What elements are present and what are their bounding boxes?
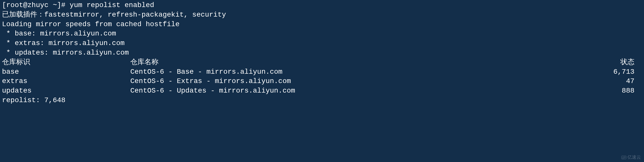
table-header-row: 仓库标识 仓库名称 状态 xyxy=(2,58,642,67)
mirror-line: * extras: mirrors.aliyun.com xyxy=(2,38,642,48)
command-text: yum repolist enabled xyxy=(70,1,154,9)
table-row: updates CentOS-6 - Updates - mirrors.ali… xyxy=(2,86,642,96)
watermark: 亿速云 xyxy=(621,154,641,160)
mirror-line: * base: mirrors.aliyun.com xyxy=(2,29,642,38)
loading-line: Loading mirror speeds from cached hostfi… xyxy=(2,20,642,29)
repo-id: extras xyxy=(2,76,130,86)
prompt-line[interactable]: [root@zhuyc ~]# yum repolist enabled xyxy=(2,1,642,10)
repo-status: 6,713 xyxy=(612,67,642,77)
watermark-text: 亿速云 xyxy=(627,154,641,160)
header-status: 状态 xyxy=(612,58,642,67)
prompt: [root@zhuyc ~]# xyxy=(2,1,65,9)
repo-status: 47 xyxy=(612,76,642,86)
header-repo-name: 仓库名称 xyxy=(130,58,612,67)
terminal-output: [root@zhuyc ~]# yum repolist enabled 已加载… xyxy=(2,1,642,105)
mirror-line: * updates: mirrors.aliyun.com xyxy=(2,48,642,58)
repo-name: CentOS-6 - Extras - mirrors.aliyun.com xyxy=(130,76,612,86)
repo-name: CentOS-6 - Base - mirrors.aliyun.com xyxy=(130,67,612,77)
table-row: base CentOS-6 - Base - mirrors.aliyun.co… xyxy=(2,67,642,77)
plugins-line: 已加载插件：fastestmirror, refresh-packagekit,… xyxy=(2,10,642,20)
cloud-icon xyxy=(621,156,626,159)
repo-id: base xyxy=(2,67,130,77)
repo-name: CentOS-6 - Updates - mirrors.aliyun.com xyxy=(130,86,612,96)
repo-id: updates xyxy=(2,86,130,96)
repo-status: 888 xyxy=(612,86,642,96)
repolist-total: repolist: 7,648 xyxy=(2,96,642,105)
table-row: extras CentOS-6 - Extras - mirrors.aliyu… xyxy=(2,76,642,86)
header-repo-id: 仓库标识 xyxy=(2,58,130,67)
